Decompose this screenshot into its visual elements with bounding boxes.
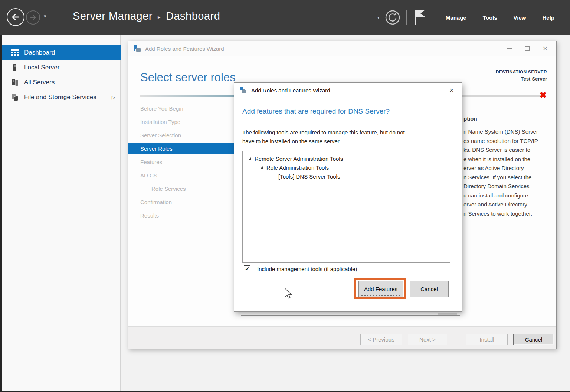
wizard-titlebar[interactable]: Add Roles and Features Wizard × xyxy=(128,41,556,56)
minimize-button[interactable] xyxy=(501,41,518,56)
wizard-app-icon xyxy=(134,45,141,52)
dialog-cancel-button[interactable]: Cancel xyxy=(410,281,449,297)
dialog-title: Add Roles and Features Wizard xyxy=(251,87,330,94)
menu-help[interactable]: Help xyxy=(534,0,563,35)
flag-icon xyxy=(414,9,427,26)
description-line: ks. DNS Server is easier to xyxy=(463,146,548,155)
forward-button[interactable] xyxy=(26,10,40,24)
add-features-dialog: Add Roles and Features Wizard × Add feat… xyxy=(234,82,462,312)
step-installation-type[interactable]: Installation Type xyxy=(140,115,224,128)
sidebar-item-label: Dashboard xyxy=(24,49,55,56)
checkbox-check-icon: ✔ xyxy=(245,266,249,272)
wizard-footer: < Previous Next > Install Cancel xyxy=(128,326,556,349)
wizard-page-title: Select server roles xyxy=(140,71,236,84)
nav-history-caret-icon[interactable]: ▾ xyxy=(44,13,46,19)
close-button[interactable]: × xyxy=(536,41,554,56)
refresh-icon xyxy=(385,10,400,25)
required-features-tree[interactable]: Remote Server Administration Tools Role … xyxy=(242,151,450,263)
include-mgmt-tools-label: Include management tools (if applicable) xyxy=(257,266,357,272)
sidebar-item-all-servers[interactable]: All Servers xyxy=(2,75,121,90)
sidebar-item-dashboard[interactable]: Dashboard xyxy=(2,45,121,60)
next-button[interactable]: Next > xyxy=(408,334,447,345)
step-features[interactable]: Features xyxy=(140,155,224,169)
step-role-services[interactable]: Role Services xyxy=(140,182,224,195)
description-line: u can install and configure xyxy=(463,191,548,200)
sidebar-item-local-server[interactable]: Local Server xyxy=(2,60,121,75)
window-controls: × xyxy=(501,41,554,56)
dashboard-grid-icon xyxy=(11,49,19,56)
tree-item-label: Remote Server Administration Tools xyxy=(255,156,343,162)
tree-item-dns-server-tools[interactable]: [Tools] DNS Server Tools xyxy=(278,172,340,181)
tree-expanded-icon[interactable] xyxy=(248,157,251,160)
description-line: n Name System (DNS) Server xyxy=(463,127,548,137)
breadcrumb: Server Manager ▸ Dashboard xyxy=(73,10,220,22)
step-ad-cs[interactable]: AD CS xyxy=(140,169,224,182)
menu-manage[interactable]: Manage xyxy=(438,0,475,35)
notifications-flag-button[interactable] xyxy=(414,9,427,26)
destination-server-label: DESTINATION SERVER xyxy=(496,69,547,75)
highlight-annotation-frame xyxy=(354,278,406,299)
server-manager-screen: ▾ Server Manager ▸ Dashboard ▾ xyxy=(0,0,570,392)
sidebar-item-label: All Servers xyxy=(24,79,55,86)
close-icon: × xyxy=(543,45,548,53)
validation-error-icon: ✖ xyxy=(540,90,547,100)
maximize-icon xyxy=(525,46,530,51)
file-storage-services-icon xyxy=(11,94,19,101)
dialog-close-button[interactable]: × xyxy=(443,83,460,98)
back-arrow-icon xyxy=(11,12,20,22)
all-servers-icon xyxy=(11,79,19,86)
tree-expanded-icon[interactable] xyxy=(260,166,263,169)
sidebar-item-label: Local Server xyxy=(24,64,59,71)
sidebar: Dashboard Local Server All Servers xyxy=(2,35,121,391)
dialog-question: Add features that are required for DNS S… xyxy=(242,107,390,115)
topbar: ▾ Server Manager ▸ Dashboard ▾ xyxy=(0,0,570,35)
description-line: n Services. If you select the xyxy=(463,173,548,182)
menu-tools[interactable]: Tools xyxy=(475,0,505,35)
breadcrumb-app[interactable]: Server Manager xyxy=(73,10,153,22)
step-server-selection[interactable]: Server Selection xyxy=(140,128,224,142)
dialog-titlebar[interactable]: Add Roles and Features Wizard × xyxy=(234,83,462,98)
wizard-window-title: Add Roles and Features Wizard xyxy=(145,46,224,52)
dialog-body-text: The following tools are required to mana… xyxy=(242,128,405,146)
wizard-cancel-button[interactable]: Cancel xyxy=(513,334,554,345)
breadcrumb-separator-icon: ▸ xyxy=(158,14,161,20)
step-results[interactable]: Results xyxy=(140,209,224,222)
forward-arrow-icon xyxy=(29,14,37,21)
include-mgmt-tools-row: ✔ Include management tools (if applicabl… xyxy=(244,265,357,272)
cursor-arrow-icon xyxy=(284,288,293,299)
breadcrumb-page[interactable]: Dashboard xyxy=(166,10,220,22)
tree-item-role-admin-tools[interactable]: Role Administration Tools xyxy=(260,163,329,172)
tree-item-label: Role Administration Tools xyxy=(266,164,329,171)
description-line: Directory Domain Services xyxy=(463,182,548,191)
sidebar-item-file-storage-services[interactable]: File and Storage Services ▷ xyxy=(2,90,121,105)
include-mgmt-tools-checkbox[interactable]: ✔ xyxy=(244,265,250,272)
topbar-divider xyxy=(406,10,407,24)
minimize-icon xyxy=(507,48,512,49)
description-line: es name resolution for TCP/IP xyxy=(463,137,548,146)
role-description-panel: ption n Name System (DNS) Server es name… xyxy=(463,115,548,231)
mouse-cursor xyxy=(284,288,293,301)
body-line: have to be installed on the same server. xyxy=(242,137,405,146)
topbar-right-cluster: ▾ Manage Tools View Help xyxy=(377,0,563,35)
step-server-roles[interactable]: Server Roles xyxy=(128,143,236,154)
roles-list-clipped-edge xyxy=(241,312,460,316)
maximize-button[interactable] xyxy=(518,41,536,56)
roles-list-scrollbar-fragment[interactable] xyxy=(438,313,457,315)
menu-view[interactable]: View xyxy=(505,0,534,35)
previous-button[interactable]: < Previous xyxy=(360,334,402,345)
tree-item-rsat[interactable]: Remote Server Administration Tools xyxy=(248,154,343,163)
step-before-you-begin[interactable]: Before You Begin xyxy=(140,102,224,115)
local-server-icon xyxy=(11,64,19,71)
dialog-app-icon xyxy=(239,87,247,94)
notifications-caret-icon[interactable]: ▾ xyxy=(377,15,380,20)
install-button[interactable]: Install xyxy=(466,334,508,345)
description-line: erver and Active Directory xyxy=(463,200,548,209)
refresh-button[interactable] xyxy=(385,10,400,25)
step-confirmation[interactable]: Confirmation xyxy=(140,195,224,209)
back-button[interactable] xyxy=(7,8,24,26)
expand-arrow-icon[interactable]: ▷ xyxy=(112,95,115,100)
close-icon: × xyxy=(449,86,454,95)
description-heading-fragment: ption xyxy=(463,115,548,122)
body-line: The following tools are required to mana… xyxy=(242,128,405,137)
tree-item-label: [Tools] DNS Server Tools xyxy=(278,173,340,180)
